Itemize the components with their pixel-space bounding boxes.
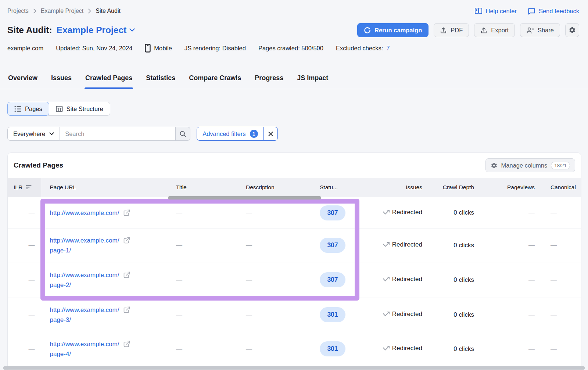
title-cell: — xyxy=(173,332,243,366)
column-header-description[interactable]: Description xyxy=(243,178,315,197)
project-selector[interactable]: Example Project xyxy=(57,25,135,35)
status-code-badge: 301 xyxy=(320,307,345,322)
search-input[interactable] xyxy=(60,127,176,141)
mobile-phone-icon xyxy=(145,44,151,53)
title-cell: — xyxy=(173,229,243,262)
breadcrumb-project[interactable]: Example Project xyxy=(41,8,84,14)
advanced-filters-count-badge: 1 xyxy=(250,130,258,138)
redirect-arrow-icon xyxy=(383,345,390,351)
tab-js-impact[interactable]: JS Impact xyxy=(296,72,329,89)
refresh-icon xyxy=(364,27,371,34)
column-header-status[interactable]: Statu... xyxy=(315,178,355,197)
card-title: Crawled Pages xyxy=(14,161,63,169)
action-buttons: Rerun campaign PDF Export Share xyxy=(357,23,579,37)
redirect-arrow-icon xyxy=(383,311,390,317)
breadcrumb-separator-icon xyxy=(88,8,91,14)
crawl-depth-cell: 0 clicks xyxy=(428,332,480,366)
table-row: — http://www.example.com/ page-4/ — — 30… xyxy=(8,332,581,366)
campaign-updated: Updated: Sun, Nov 24, 2024 xyxy=(56,45,132,52)
crawl-depth-cell: 0 clicks xyxy=(428,262,480,298)
tab-statistics[interactable]: Statistics xyxy=(145,72,176,89)
external-link-icon[interactable] xyxy=(123,340,130,348)
search-group: Everywhere xyxy=(7,127,190,141)
external-link-icon[interactable] xyxy=(123,209,130,216)
column-header-canonical[interactable]: Canonical xyxy=(541,178,581,197)
redirect-arrow-icon xyxy=(383,242,390,248)
breadcrumb-projects[interactable]: Projects xyxy=(7,8,29,14)
tab-issues[interactable]: Issues xyxy=(50,72,72,89)
page-url-link[interactable]: http://www.example.com/ xyxy=(50,236,119,245)
export-button[interactable]: Export xyxy=(474,23,515,37)
title-cell: — xyxy=(173,298,243,332)
canonical-cell: — xyxy=(541,197,581,229)
page-url-link-line2[interactable]: page-4/ xyxy=(50,349,173,359)
crawled-pages-card: Crawled Pages Manage columns 18/21 ILR xyxy=(7,152,581,370)
send-feedback-link[interactable]: Send feedback xyxy=(528,7,579,15)
list-icon xyxy=(14,106,21,112)
redirect-arrow-icon xyxy=(383,209,390,215)
pageviews-cell: — xyxy=(480,298,541,332)
advanced-filters-button[interactable]: Advanced filters 1 xyxy=(197,127,263,141)
issues-cell: Redirected xyxy=(392,310,422,318)
table-row: — http://www.example.com/ — — 307 Redire… xyxy=(8,197,581,229)
device-type: Mobile xyxy=(145,44,172,53)
pageviews-cell: — xyxy=(480,332,541,366)
help-center-link[interactable]: Help center xyxy=(474,7,517,15)
pages-crawled: Pages crawled: 500/500 xyxy=(258,45,323,52)
canonical-cell: — xyxy=(541,298,581,332)
table-row: — http://www.example.com/ page-3/ — — 30… xyxy=(8,298,581,332)
external-link-icon[interactable] xyxy=(123,237,130,244)
page-url-link-line2[interactable]: page-2/ xyxy=(50,280,173,290)
pdf-button[interactable]: PDF xyxy=(434,23,469,37)
gear-icon xyxy=(491,162,498,169)
status-code-badge: 307 xyxy=(320,205,345,220)
toggle-pages[interactable]: Pages xyxy=(7,102,49,116)
table-header-row: ILR Page URL Title Description Statu... … xyxy=(8,178,581,197)
share-button[interactable]: Share xyxy=(520,23,560,37)
tab-overview[interactable]: Overview xyxy=(7,72,38,89)
column-header-ilr[interactable]: ILR xyxy=(8,178,41,197)
close-icon xyxy=(268,131,273,137)
chevron-down-icon xyxy=(49,132,54,136)
status-code-badge: 307 xyxy=(320,238,345,253)
tab-crawled-pages[interactable]: Crawled Pages xyxy=(85,72,133,89)
rerun-campaign-button[interactable]: Rerun campaign xyxy=(357,23,429,37)
search-scope-select[interactable]: Everywhere xyxy=(7,127,60,141)
page-url-link-line2[interactable]: page-1/ xyxy=(50,245,173,255)
top-bar: Projects Example Project Site Audit Help… xyxy=(7,7,579,15)
issues-cell: Redirected xyxy=(392,345,422,352)
column-header-page-url[interactable]: Page URL xyxy=(41,178,173,197)
view-toggle: Pages Site Structure xyxy=(7,102,110,116)
description-cell: — xyxy=(243,262,315,298)
column-header-crawl-depth[interactable]: Crawl Depth xyxy=(428,178,480,197)
toggle-site-structure[interactable]: Site Structure xyxy=(46,102,110,116)
settings-button[interactable] xyxy=(565,23,579,37)
page-horizontal-scrollbar[interactable] xyxy=(3,366,585,370)
excluded-checks: Excluded checks: 7 xyxy=(336,45,390,52)
horizontal-scrollbar-thumb[interactable] xyxy=(168,196,321,200)
excluded-checks-link[interactable]: 7 xyxy=(386,45,390,52)
gear-icon xyxy=(569,26,576,34)
pageviews-cell: — xyxy=(480,262,541,298)
page-url-link[interactable]: http://www.example.com/ xyxy=(50,305,119,315)
crawl-depth-cell: 0 clicks xyxy=(428,229,480,262)
description-cell: — xyxy=(243,332,315,366)
column-header-pageviews[interactable]: Pageviews xyxy=(480,178,541,197)
status-code-badge: 307 xyxy=(320,272,345,287)
breadcrumb-current: Site Audit xyxy=(96,8,121,14)
column-header-issues[interactable]: Issues xyxy=(355,178,428,197)
clear-filters-button[interactable] xyxy=(263,127,278,141)
page-url-link[interactable]: http://www.example.com/ xyxy=(50,270,119,280)
page-url-link-line2[interactable]: page-3/ xyxy=(50,315,173,325)
tab-progress[interactable]: Progress xyxy=(254,72,284,89)
manage-columns-button[interactable]: Manage columns 18/21 xyxy=(485,158,575,172)
column-header-title[interactable]: Title xyxy=(173,178,243,197)
external-link-icon[interactable] xyxy=(123,306,130,313)
search-button[interactable] xyxy=(176,127,190,141)
breadcrumb-separator-icon xyxy=(33,8,36,14)
page-url-link[interactable]: http://www.example.com/ xyxy=(50,339,119,349)
page-url-link[interactable]: http://www.example.com/ xyxy=(50,208,119,218)
pageviews-cell: — xyxy=(480,229,541,262)
external-link-icon[interactable] xyxy=(123,271,130,279)
tab-compare-crawls[interactable]: Compare Crawls xyxy=(188,72,242,89)
